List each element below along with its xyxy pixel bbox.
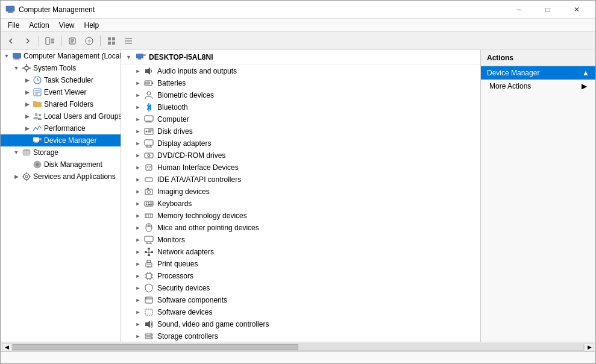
device-label: Human Interface Devices <box>155 163 239 172</box>
menu-help[interactable]: Help <box>80 20 104 31</box>
tree-event-viewer[interactable]: ▶ Event Viewer <box>1 86 121 98</box>
bottom-area: ◀ ▶ <box>1 342 595 363</box>
svg-rect-62 <box>146 122 152 123</box>
device-item[interactable]: ►Computer <box>121 113 480 125</box>
tree-services[interactable]: ▶ Services and Applications <box>1 171 121 183</box>
menu-view[interactable]: View <box>54 20 80 31</box>
device-expand-arrow: ► <box>133 152 143 158</box>
performance-arrow: ▶ <box>22 125 32 131</box>
device-expand-arrow: ► <box>133 333 143 339</box>
event-viewer-icon <box>32 87 43 97</box>
svg-point-43 <box>36 163 39 166</box>
secondary-action-item[interactable]: More Actions ▶ <box>481 80 595 93</box>
svg-rect-13 <box>108 37 111 40</box>
svg-rect-56 <box>152 83 153 84</box>
device-item[interactable]: ►Monitors <box>121 234 480 246</box>
device-item[interactable]: ►Processors <box>121 270 480 282</box>
primary-action-item[interactable]: Device Manager ▲ <box>481 66 595 80</box>
middle-panel: ▼ DESKTOP-I5AL8NI ►Audio inputs and outp… <box>121 50 481 342</box>
tree-root[interactable]: ▼ Computer Management (Local <box>1 50 121 62</box>
tree-disk-management[interactable]: Disk Management <box>1 158 121 171</box>
svg-marker-126 <box>145 321 150 328</box>
main-window: Computer Management – □ ✕ File Action Vi… <box>0 0 596 364</box>
scroll-track[interactable] <box>12 344 584 351</box>
svg-rect-57 <box>145 82 150 85</box>
svg-rect-39 <box>34 142 38 143</box>
svg-rect-3 <box>46 37 49 45</box>
menu-file[interactable]: File <box>3 20 24 31</box>
actions-header: Actions <box>481 50 595 66</box>
device-item[interactable]: ►Mice and other pointing devices <box>121 222 480 234</box>
right-panel: Actions Device Manager ▲ More Actions ▶ <box>481 50 595 342</box>
device-item[interactable]: ►Security devices <box>121 282 480 294</box>
svg-point-58 <box>147 92 151 95</box>
tree-storage[interactable]: ▼ Storage <box>1 146 121 158</box>
device-item[interactable]: ►Imaging devices <box>121 186 480 198</box>
device-item[interactable]: ►Sound, video and game controllers <box>121 318 480 330</box>
device-item[interactable]: ►Keyboards <box>121 198 480 210</box>
performance-label: Performance <box>43 124 86 133</box>
scroll-left-button[interactable]: ◀ <box>2 343 11 351</box>
storage-icon <box>21 148 32 157</box>
device-item[interactable]: ►Software devices <box>121 306 480 318</box>
close-button[interactable]: ✕ <box>563 1 591 18</box>
tree-system-tools[interactable]: ▼ System Tools <box>1 62 121 74</box>
device-item[interactable]: ►Memory technology devices <box>121 210 480 222</box>
device-item[interactable]: ►Storage controllers <box>121 330 480 342</box>
device-expand-arrow: ► <box>133 273 143 279</box>
help-button[interactable]: ? <box>81 34 97 48</box>
tree-local-users[interactable]: ▶ Local Users and Groups <box>1 110 121 122</box>
device-icon-computer <box>143 115 155 124</box>
device-label: Disk drives <box>155 127 193 136</box>
status-bar <box>1 351 595 363</box>
device-expand-arrow: ► <box>133 297 143 303</box>
svg-rect-0 <box>6 6 14 11</box>
device-item[interactable]: ►Biometric devices <box>121 89 480 101</box>
tree-performance[interactable]: ▶ Performance <box>1 122 121 134</box>
svg-rect-51 <box>138 58 141 60</box>
svg-rect-53 <box>143 54 146 56</box>
device-item[interactable]: ►Batteries <box>121 77 480 89</box>
device-label: Security devices <box>155 284 210 292</box>
storage-label: Storage <box>32 148 58 157</box>
storage-arrow: ▼ <box>11 149 21 155</box>
device-label: Software components <box>155 296 227 304</box>
scroll-right-button[interactable]: ▶ <box>585 343 594 351</box>
device-item[interactable]: ►Software components <box>121 294 480 306</box>
menu-action[interactable]: Action <box>24 20 54 31</box>
tree-shared-folders[interactable]: ▶ Shared Folders <box>1 98 121 110</box>
device-item[interactable]: ►IDE ATA/ATAPI controllers <box>121 174 480 186</box>
device-item[interactable]: ►Audio inputs and outputs <box>121 65 480 77</box>
main-area: ▼ Computer Management (Local ▼ System To… <box>1 50 595 342</box>
shared-folders-icon <box>32 99 43 109</box>
tree-task-scheduler[interactable]: ▶ Task Scheduler <box>1 74 121 86</box>
svg-rect-52 <box>137 60 142 60</box>
tree-device-manager[interactable]: Device Manager <box>1 134 121 146</box>
device-label: DVD/CD-ROM drives <box>155 151 225 160</box>
device-item[interactable]: ►Disk drives <box>121 125 480 137</box>
properties-button[interactable] <box>64 34 80 48</box>
minimize-button[interactable]: – <box>505 1 533 18</box>
device-item[interactable]: ►Bluetooth <box>121 101 480 113</box>
device-item[interactable]: ►DVD/CD-ROM drives <box>121 149 480 162</box>
grid1-button[interactable] <box>104 34 119 48</box>
device-icon-processor <box>143 271 155 281</box>
device-item[interactable]: ►Network adapters <box>121 246 480 258</box>
svg-point-124 <box>148 298 149 299</box>
svg-rect-91 <box>151 204 152 206</box>
grid2-button[interactable] <box>121 34 136 48</box>
maximize-button[interactable]: □ <box>534 1 562 18</box>
device-item[interactable]: ►Display adapters <box>121 137 480 149</box>
svg-point-45 <box>25 175 28 178</box>
back-button[interactable] <box>3 34 19 48</box>
forward-button[interactable] <box>20 34 36 48</box>
toolbar-separator-1 <box>39 36 39 46</box>
device-item[interactable]: ►Print queues <box>121 258 480 270</box>
device-item[interactable]: ►Human Interface Devices <box>121 162 480 174</box>
show-hide-tree-button[interactable] <box>42 34 58 48</box>
device-icon-storage <box>143 331 155 341</box>
device-icon-ide <box>143 175 155 184</box>
svg-rect-60 <box>145 116 153 121</box>
device-expand-arrow: ► <box>133 225 143 231</box>
device-expand-arrow: ► <box>133 309 143 315</box>
